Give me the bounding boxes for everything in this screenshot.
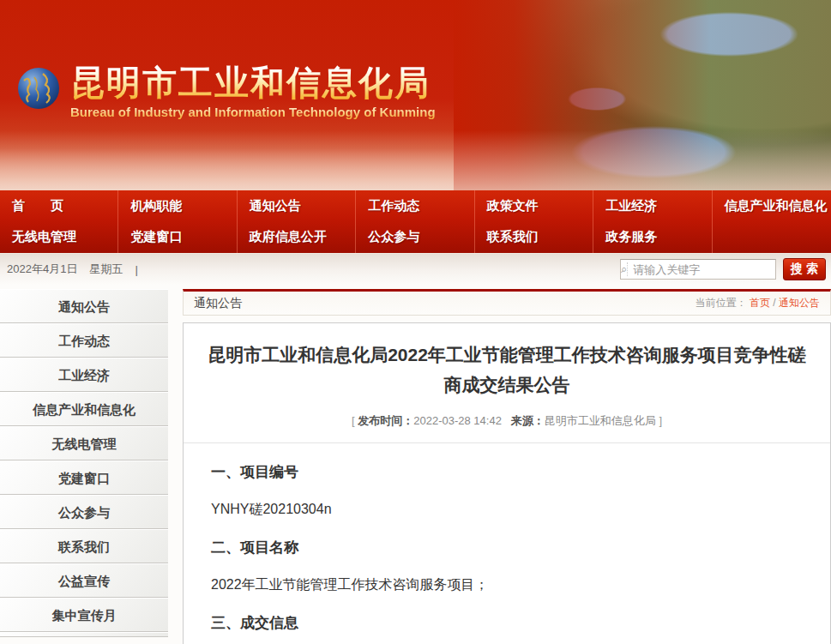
sidebar-item-publicity-month[interactable]: 集中宣传月 bbox=[0, 598, 168, 632]
section-title: 通知公告 bbox=[194, 296, 242, 311]
sidebar-menu: 通知公告 工作动态 工业经济 信息产业和信息化 无线电管理 党建窗口 公众参与 … bbox=[0, 289, 168, 637]
site-brand: 昆明市工业和信息化局 Bureau of Industry and Inform… bbox=[17, 62, 436, 119]
nav-item-gov-services[interactable]: 政务服务 bbox=[593, 221, 712, 253]
nav-item-radio-admin[interactable]: 无线电管理 bbox=[0, 221, 118, 253]
article-panel: 昆明市工业和信息化局2022年工业节能管理工作技术咨询服务项目竞争性磋商成交结果… bbox=[183, 322, 831, 644]
nav-item-contact-us[interactable]: 联系我们 bbox=[475, 221, 593, 253]
nav-item-industry-economy[interactable]: 工业经济 bbox=[593, 190, 712, 221]
source-value: 昆明市工业和信息化局 bbox=[545, 414, 656, 427]
source-label: 来源： bbox=[511, 414, 545, 427]
site-title-english: Bureau of Industry and Information Techn… bbox=[70, 105, 436, 119]
nav-item-info-industry[interactable]: 信息产业和信息化 bbox=[713, 190, 831, 221]
sidebar-item-radio-admin[interactable]: 无线电管理 bbox=[0, 426, 168, 460]
sidebar-item-work-news[interactable]: 工作动态 bbox=[0, 323, 168, 358]
current-weekday: 星期五 bbox=[89, 262, 123, 277]
sidebar-item-public-participation[interactable]: 公众参与 bbox=[0, 495, 168, 529]
breadcrumb-current-link[interactable]: 通知公告 bbox=[779, 297, 820, 309]
nav-item-home[interactable]: 首 页 bbox=[0, 190, 118, 221]
nav-item-gov-info[interactable]: 政府信息公开 bbox=[238, 221, 356, 253]
sidebar-item-contact-us[interactable]: 联系我们 bbox=[0, 529, 168, 563]
publish-time-label: 发布时间： bbox=[358, 414, 413, 427]
breadcrumb: 当前位置： 首页 / 通知公告 bbox=[696, 296, 820, 310]
nav-item-policy-docs[interactable]: 政策文件 bbox=[475, 190, 593, 221]
sidebar-item-public-welfare[interactable]: 公益宣传 bbox=[0, 563, 168, 598]
current-date: 2022年4月1日 bbox=[7, 262, 77, 277]
search-box: ⌕ bbox=[620, 259, 776, 280]
sidebar-item-industry-economy[interactable]: 工业经济 bbox=[0, 358, 168, 392]
nav-item-empty bbox=[713, 221, 831, 253]
main-content: 通知公告 当前位置： 首页 / 通知公告 昆明市工业和信息化局2022年工业节能… bbox=[183, 289, 831, 644]
search-icon: ⌕ bbox=[621, 262, 628, 276]
nav-item-party-window[interactable]: 党建窗口 bbox=[118, 221, 237, 253]
section-3-heading: 三、成交信息 bbox=[211, 608, 803, 638]
meta-bracket-open: [ bbox=[352, 414, 355, 427]
meta-bracket-close: ] bbox=[659, 414, 662, 427]
site-title: 昆明市工业和信息化局 bbox=[70, 62, 436, 103]
nav-item-org-functions[interactable]: 机构职能 bbox=[118, 190, 237, 221]
site-banner: 昆明市工业和信息化局 Bureau of Industry and Inform… bbox=[0, 0, 831, 190]
breadcrumb-separator: / bbox=[773, 297, 775, 309]
section-1-heading: 一、项目编号 bbox=[211, 457, 803, 487]
section-header: 通知公告 当前位置： 首页 / 通知公告 bbox=[183, 289, 831, 316]
globe-logo-icon bbox=[17, 67, 60, 110]
search-input[interactable] bbox=[628, 263, 789, 276]
sidebar-item-info-industry[interactable]: 信息产业和信息化 bbox=[0, 392, 168, 426]
nav-item-work-news[interactable]: 工作动态 bbox=[356, 190, 474, 221]
breadcrumb-home-link[interactable]: 首页 bbox=[750, 297, 770, 309]
article-body: 一、项目编号 YNHY磋20210304n 二、项目名称 2022年工业节能管理… bbox=[184, 443, 830, 644]
article-meta: [ 发布时间：2022-03-28 14:42 来源：昆明市工业和信息化局 ] bbox=[184, 413, 830, 443]
nav-item-notices[interactable]: 通知公告 bbox=[238, 190, 356, 221]
article-title: 昆明市工业和信息化局2022年工业节能管理工作技术咨询服务项目竞争性磋商成交结果… bbox=[208, 340, 806, 400]
banner-fade bbox=[0, 130, 831, 190]
project-name: 2022年工业节能管理工作技术咨询服务项目； bbox=[211, 569, 803, 599]
project-number: YNHY磋20210304n bbox=[211, 494, 803, 524]
page-body: 通知公告 工作动态 工业经济 信息产业和信息化 无线电管理 党建窗口 公众参与 … bbox=[0, 285, 831, 644]
search-button[interactable]: 搜 索 bbox=[783, 258, 826, 280]
breadcrumb-label: 当前位置： bbox=[696, 297, 747, 309]
date-search-bar: 2022年4月1日 星期五 | ⌕ 搜 索 bbox=[0, 253, 831, 285]
publish-time: 2022-03-28 14:42 bbox=[413, 414, 502, 427]
nav-item-public-participation[interactable]: 公众参与 bbox=[356, 221, 474, 253]
section-2-heading: 二、项目名称 bbox=[211, 533, 803, 563]
date-divider: | bbox=[135, 263, 137, 276]
sidebar-item-party-window[interactable]: 党建窗口 bbox=[0, 460, 168, 495]
sidebar-item-notices[interactable]: 通知公告 bbox=[0, 289, 168, 323]
main-navigation: 首 页 机构职能 通知公告 工作动态 政策文件 工业经济 信息产业和信息化 无线… bbox=[0, 190, 831, 253]
